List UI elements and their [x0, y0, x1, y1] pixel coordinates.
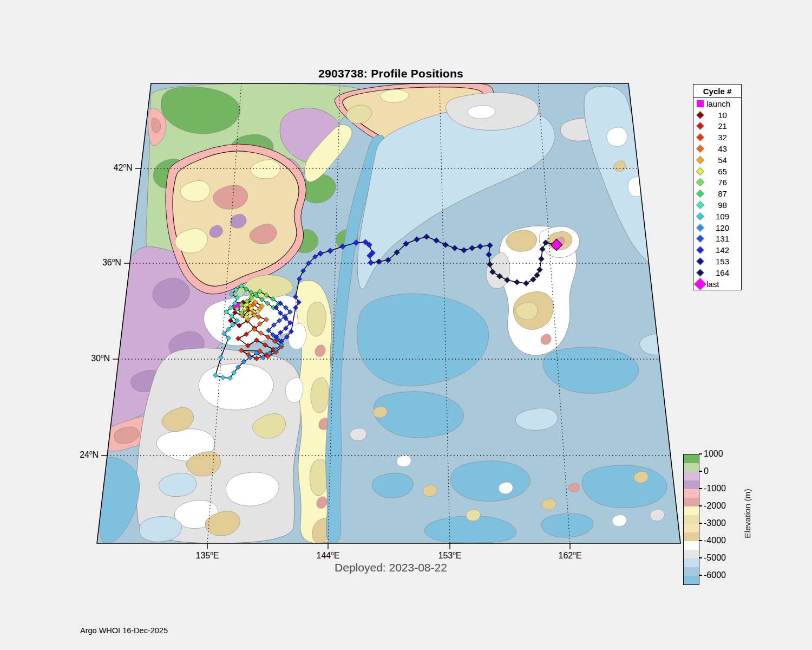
legend-label: last: [705, 280, 739, 289]
colorbar-axis-label: Elevation (m): [743, 478, 752, 549]
diamond-icon: [695, 248, 705, 252]
diamond-icon: [695, 259, 705, 264]
legend-item-98: 98: [693, 199, 741, 211]
lon-tick-label: 153oE: [428, 551, 472, 560]
colorbar-tick-label: -2000: [704, 502, 726, 510]
diamond-icon: [695, 214, 705, 219]
colorbar-segment: [684, 498, 699, 506]
legend-item-131: 131: [693, 233, 741, 245]
legend-label: 98: [705, 200, 739, 210]
lat-tick-label: 36oN: [83, 258, 121, 267]
legend-label: 43: [705, 144, 739, 153]
colorbar-segment: [684, 532, 699, 541]
legend-item-last: last: [693, 278, 741, 290]
diamond-icon: [695, 203, 705, 207]
legend-label: 87: [705, 189, 739, 198]
legend-label: 10: [705, 110, 739, 120]
colorbar-tick: [699, 523, 702, 524]
legend-item-65: 65: [693, 166, 741, 177]
deployment-date: Deployed: 2023-08-22: [201, 561, 580, 574]
diamond-icon: [695, 180, 705, 185]
colorbar-segment: [684, 454, 699, 463]
diamond-icon: [695, 158, 705, 162]
colorbar-tick-label: -3000: [704, 519, 726, 528]
colorbar-tick-label: 1000: [704, 450, 723, 458]
legend-label: 65: [705, 167, 739, 176]
diamond-icon: [695, 270, 705, 275]
legend-item-21: 21: [693, 121, 741, 132]
diamond-icon: [695, 191, 705, 196]
terrain: [97, 82, 680, 543]
legend-item-142: 142: [693, 244, 741, 256]
colorbar-segment: [684, 524, 699, 532]
legend-title: Cycle #: [693, 84, 741, 98]
legend-label: 142: [705, 245, 739, 255]
colorbar-tick: [699, 453, 702, 454]
lon-tick-label: 135oE: [186, 551, 229, 560]
colorbar-tick-label: -5000: [704, 554, 726, 562]
legend-label: 164: [705, 268, 739, 277]
elevation-colorbar: [683, 454, 699, 585]
legend-items: launch1021324354657687981091201311421531…: [693, 98, 741, 290]
legend-item-164: 164: [693, 267, 741, 278]
legend-item-43: 43: [693, 143, 741, 154]
colorbar-segment: [684, 558, 699, 567]
legend-label: 54: [705, 155, 739, 165]
square-icon: [695, 100, 705, 107]
colorbar-segment: [684, 541, 699, 550]
legend-item-153: 153: [693, 256, 741, 267]
legend-item-120: 120: [693, 222, 741, 233]
legend-label: 21: [705, 121, 739, 131]
legend-item-launch: launch: [693, 98, 741, 109]
legend-label: 32: [705, 133, 739, 142]
attribution-text: Argo WHOI 16-Dec-2025: [80, 626, 168, 635]
figure-window: 2903738: Profile Positions 42oN36oN30oN2…: [0, 0, 812, 650]
legend-label: launch: [705, 99, 739, 108]
legend-label: 120: [705, 223, 739, 232]
legend-label: 109: [705, 212, 739, 221]
legend-label: 131: [705, 234, 739, 243]
colorbar-segment: [684, 472, 699, 480]
lat-tick-label: 24oN: [61, 451, 99, 459]
diamond-icon: [695, 236, 705, 241]
colorbar-segment: [684, 463, 699, 472]
colorbar-tick: [699, 505, 702, 506]
diamond-icon: [695, 146, 705, 151]
colorbar-tick-label: 0: [704, 467, 709, 476]
lon-tick-label: 144oE: [306, 551, 350, 560]
lat-tick-label: 42oN: [95, 164, 133, 172]
diamond-icon: [695, 169, 705, 174]
diamond-icon: [695, 225, 705, 230]
colorbar-segment: [684, 489, 699, 498]
colorbar-tick: [699, 575, 702, 576]
colorbar-tick-label: -6000: [704, 571, 726, 580]
legend-item-32: 32: [693, 132, 741, 143]
colorbar-tick: [699, 540, 702, 541]
colorbar-tick-label: -4000: [704, 536, 726, 545]
legend-item-54: 54: [693, 154, 741, 166]
colorbar-tick: [699, 471, 702, 472]
legend-item-10: 10: [693, 109, 741, 121]
colorbar-tick: [699, 557, 702, 558]
legend-item-87: 87: [693, 188, 741, 199]
colorbar-segment: [684, 506, 699, 515]
colorbar-segment: [684, 567, 699, 576]
legend-label: 76: [705, 178, 739, 187]
lon-tick-label: 162oE: [548, 551, 592, 560]
diamond-icon: [695, 113, 705, 118]
colorbar-tick-label: -1000: [704, 484, 726, 493]
diamond-large-icon: [695, 280, 705, 288]
legend-item-76: 76: [693, 177, 741, 188]
colorbar-segment: [684, 550, 699, 558]
legend-item-109: 109: [693, 211, 741, 222]
legend-label: 153: [705, 257, 739, 266]
colorbar-segment: [684, 576, 699, 584]
diamond-icon: [695, 123, 705, 128]
lat-tick-label: 30oN: [72, 354, 110, 363]
colorbar-segment: [684, 480, 699, 489]
colorbar-tick: [699, 488, 702, 489]
diamond-icon: [695, 135, 705, 140]
colorbar-segment: [684, 515, 699, 524]
cycle-legend: Cycle # launch10213243546576879810912013…: [693, 84, 742, 290]
